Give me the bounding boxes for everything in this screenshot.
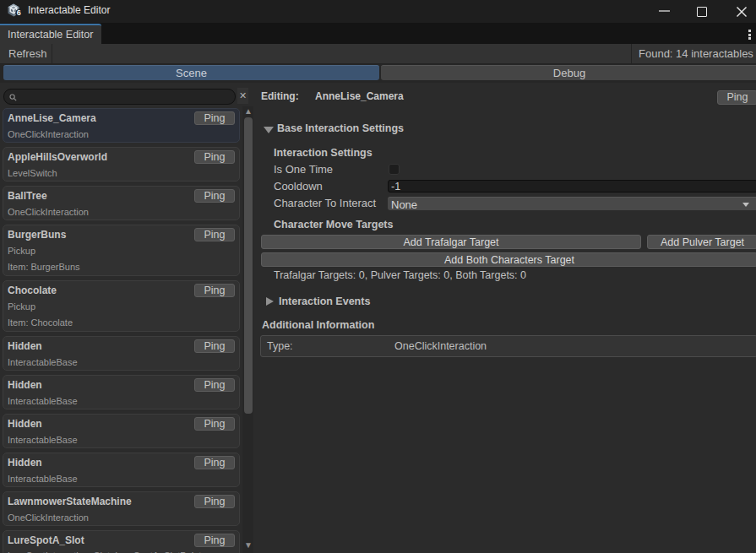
svg-text:6: 6: [17, 8, 21, 17]
